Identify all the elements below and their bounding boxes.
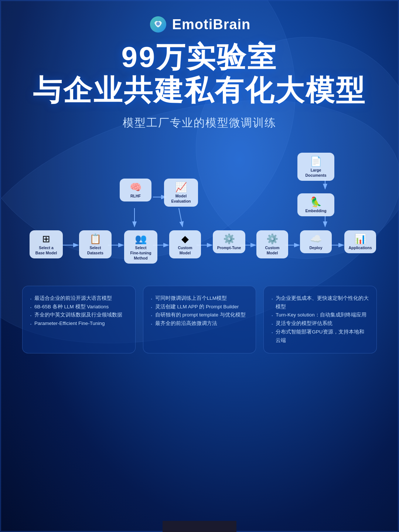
node-applications: 📊 Applications	[344, 230, 376, 253]
feature-item: 6B-65B 各种 LLM 模型 Variations	[30, 303, 128, 311]
feature-item: 最适合企业的前沿开源大语言模型	[30, 294, 128, 303]
flow-diagram: 📄 Large Documents 🦜 Embedding 🧠 RLHF 📈 M…	[22, 149, 377, 282]
feature-box-2: 可同时微调训练上百个LLM模型 灵活创建 LLM APP 的 Prompt Bu…	[143, 286, 256, 354]
feature-item: 可同时微调训练上百个LLM模型	[151, 294, 249, 303]
feature-item: 最齐全的前沿高效微调方法	[151, 319, 249, 328]
feature-box-1: 最适合企业的前沿开源大语言模型 6B-65B 各种 LLM 模型 Variati…	[22, 286, 136, 354]
node-custom-model-2: ⚙️ CustomModel	[256, 230, 288, 258]
node-rlhf: 🧠 RLHF	[120, 179, 151, 201]
logo-row: EmotiBrain	[149, 15, 251, 34]
node-prompt-tune: ⚙️ Prompt-Tune	[213, 230, 245, 253]
feature-box-3: 为企业更低成本、更快速定制个性化的大模型 Turn-Key solution：自…	[263, 286, 377, 354]
feature-item: 分布式智能部署GPU资源，支持本地和云端	[271, 328, 369, 345]
feature-row: 最适合企业的前沿开源大语言模型 6B-65B 各种 LLM 模型 Variati…	[22, 286, 377, 354]
svg-line-13	[179, 208, 183, 227]
subtitle: 模型工厂专业的模型微调训练	[123, 115, 276, 131]
main-container: EmotiBrain 99万实验室 与企业共建私有化大模型 模型工厂专业的模型微…	[0, 0, 399, 532]
svg-point-1	[156, 22, 160, 26]
node-select-base-model: ⊞ Select aBase Model	[30, 230, 63, 258]
feature-item: 为企业更低成本、更快速定制个性化的大模型	[271, 294, 369, 311]
node-custom-model-1: ◆ CustomModel	[169, 230, 201, 258]
brand-name: EmotiBrain	[172, 17, 251, 33]
feature-item: 自研独有的 prompt template 与优化模型	[151, 311, 249, 319]
node-select-finetuning-method: 👥 SelectFine-tuningMethod	[124, 230, 157, 264]
feature-item: 齐全的中英文训练数据及行业领域数据	[30, 311, 128, 319]
feature-list-3: 为企业更低成本、更快速定制个性化的大模型 Turn-Key solution：自…	[271, 294, 369, 345]
feature-item: Parameter-Efficient Fine-Tuning	[30, 319, 128, 328]
node-embedding: 🦜 Embedding	[297, 193, 334, 216]
emotibrain-logo-icon	[149, 15, 168, 34]
node-model-evaluation: 📈 Model Evaluation	[164, 179, 198, 207]
monitor-stand	[163, 521, 236, 532]
feature-item: 灵活创建 LLM APP 的 Prompt Builder	[151, 303, 249, 311]
node-large-documents: 📄 Large Documents	[297, 153, 334, 181]
node-deploy: ☁️ Deploy	[300, 230, 332, 253]
feature-list-2: 可同时微调训练上百个LLM模型 灵活创建 LLM APP 的 Prompt Bu…	[151, 294, 249, 328]
headline-line2: 与企业共建私有化大模型	[33, 75, 366, 106]
feature-item: 灵活专业的模型评估系统	[271, 319, 369, 328]
feature-list-1: 最适合企业的前沿开源大语言模型 6B-65B 各种 LLM 模型 Variati…	[30, 294, 128, 328]
headline-line1: 99万实验室	[122, 41, 278, 73]
feature-item: Turn-Key solution：自动集成到终端应用	[271, 311, 369, 319]
node-select-datasets: 📋 SelectDatasets	[79, 230, 112, 258]
